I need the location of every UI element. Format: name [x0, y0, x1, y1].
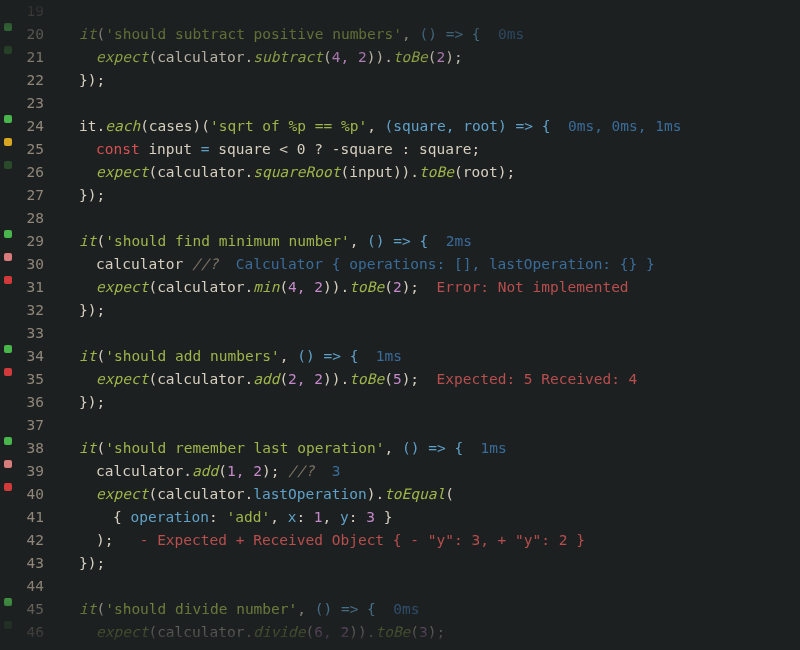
- test-pass-icon: [4, 23, 12, 31]
- code-line: 23: [0, 92, 800, 115]
- code-line: 30 calculator //? Calculator { operation…: [0, 253, 800, 276]
- covered-icon: [4, 161, 12, 169]
- test-pass-icon: [4, 345, 12, 353]
- code-line: 34 it('should add numbers', () => { 1ms: [0, 345, 800, 368]
- time-annotation: 0ms, 0ms, 1ms: [568, 118, 682, 134]
- error-annotation: - Expected + Received Object { - "y": 3,…: [140, 532, 585, 548]
- code-line: 35 expect(calculator.add(2, 2)).toBe(5);…: [0, 368, 800, 391]
- code-line: 41 { operation: 'add', x: 1, y: 3 }: [0, 506, 800, 529]
- code-line: 26 expect(calculator.squareRoot(input)).…: [0, 161, 800, 184]
- test-fail-icon: [4, 368, 12, 376]
- code-line: 27 });: [0, 184, 800, 207]
- code-line: 40 expect(calculator.lastOperation).toEq…: [0, 483, 800, 506]
- test-pass-icon: [4, 437, 12, 445]
- test-fail-icon: [4, 483, 12, 491]
- code-line: 31 expect(calculator.min(4, 2)).toBe(2);…: [0, 276, 800, 299]
- code-line: 45 it('should divide number', () => { 0m…: [0, 598, 800, 621]
- code-line: 20 it('should subtract positive numbers'…: [0, 23, 800, 46]
- code-line: 38 it('should remember last operation', …: [0, 437, 800, 460]
- covered-icon: [4, 46, 12, 54]
- inline-value: 3: [332, 463, 341, 479]
- code-line: 24 it.each(cases)('sqrt of %p == %p', (s…: [0, 115, 800, 138]
- inspect-icon: [4, 253, 12, 261]
- inline-value: Calculator { operations: [], lastOperati…: [236, 256, 655, 272]
- line-number: 21: [16, 46, 58, 69]
- code-editor[interactable]: 19 20 it('should subtract positive numbe…: [0, 0, 800, 650]
- line-number: 20: [16, 23, 58, 46]
- test-pass-icon: [4, 115, 12, 123]
- error-annotation: Expected: 5 Received: 4: [437, 371, 638, 387]
- test-pass-icon: [4, 230, 12, 238]
- inspect-icon: [4, 460, 12, 468]
- time-annotation: 2ms: [446, 233, 472, 249]
- covered-icon: [4, 621, 12, 629]
- line-number: 19: [16, 0, 58, 23]
- time-annotation: 0ms: [498, 26, 524, 42]
- line-number: 22: [16, 69, 58, 92]
- test-fail-icon: [4, 276, 12, 284]
- code-line: 42 ); - Expected + Received Object { - "…: [0, 529, 800, 552]
- code-line: 21 expect(calculator.subtract(4, 2)).toB…: [0, 46, 800, 69]
- code-line: 39 calculator.add(1, 2); //? 3: [0, 460, 800, 483]
- code-line: 22 });: [0, 69, 800, 92]
- code-line: 46 expect(calculator.divide(6, 2)).toBe(…: [0, 621, 800, 644]
- partial-cover-icon: [4, 138, 12, 146]
- code-line: 29 it('should find minimum number', () =…: [0, 230, 800, 253]
- error-annotation: Error: Not implemented: [437, 279, 629, 295]
- code-line: 25 const input = square < 0 ? -square : …: [0, 138, 800, 161]
- test-pass-icon: [4, 598, 12, 606]
- code-line: 19: [0, 0, 800, 23]
